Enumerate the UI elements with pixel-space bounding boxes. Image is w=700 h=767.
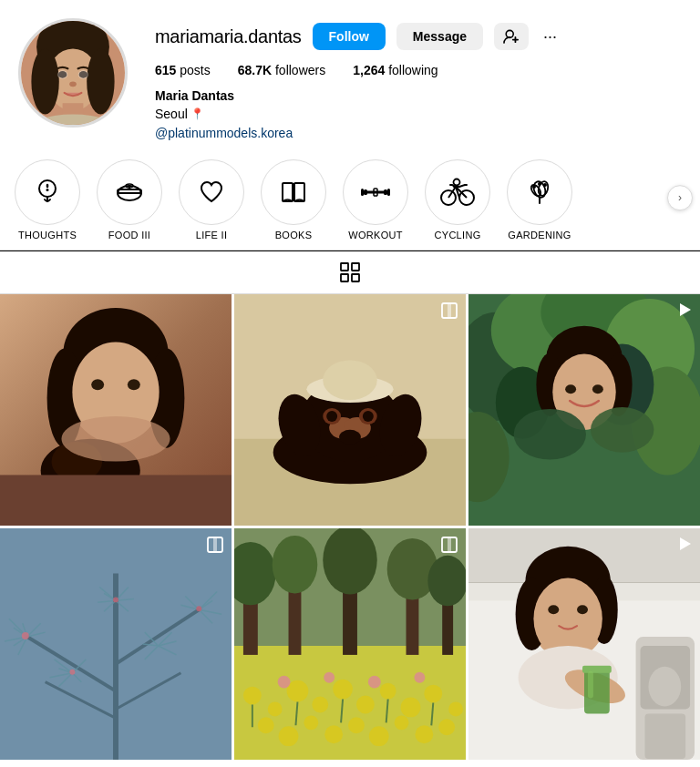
svg-point-188: [648, 667, 681, 707]
grid-item-3[interactable]: [468, 294, 700, 526]
grid-item-6[interactable]: [468, 528, 700, 760]
add-user-button[interactable]: [494, 23, 529, 50]
grid-item-2[interactable]: [234, 294, 466, 526]
highlight-circle-life: [179, 159, 244, 225]
username: mariamaria.dantas: [155, 26, 302, 47]
highlight-circle-books: [261, 159, 326, 225]
grid-overlay-icon-4: [206, 536, 224, 557]
svg-point-176: [278, 676, 291, 689]
svg-point-178: [368, 676, 381, 689]
svg-rect-29: [361, 189, 364, 196]
svg-rect-23: [283, 183, 293, 201]
svg-point-166: [348, 717, 365, 733]
highlight-food[interactable]: FOOD III: [97, 159, 162, 240]
svg-rect-28: [384, 189, 387, 195]
svg-point-158: [380, 683, 396, 700]
grid-overlay-icon-6: [676, 536, 693, 556]
following-stat[interactable]: 1,264 following: [353, 63, 438, 77]
svg-point-157: [356, 696, 375, 714]
stats-row: 615 posts 68.7K followers 1,264 followin…: [155, 63, 682, 77]
grid-item-5[interactable]: [234, 528, 466, 760]
svg-rect-24: [294, 183, 304, 201]
svg-point-90: [565, 384, 576, 394]
grid-item-1[interactable]: [0, 294, 232, 526]
svg-rect-75: [448, 303, 451, 318]
svg-point-147: [323, 528, 377, 594]
svg-rect-139: [213, 537, 217, 552]
location: Seoul 📍: [155, 107, 682, 121]
svg-point-9: [69, 82, 77, 87]
svg-point-155: [312, 697, 328, 713]
svg-rect-201: [588, 671, 593, 699]
svg-rect-200: [582, 666, 612, 673]
followers-stat[interactable]: 68.7K followers: [238, 63, 326, 77]
svg-marker-202: [680, 537, 691, 550]
profile-section: mariamaria.dantas Follow Message ··· 615…: [0, 0, 700, 150]
profile-info: mariamaria.dantas Follow Message ··· 615…: [155, 18, 682, 141]
svg-point-91: [592, 384, 603, 394]
grid-item-4[interactable]: [0, 528, 232, 760]
svg-point-163: [279, 726, 299, 746]
photo-grid: [0, 294, 700, 760]
svg-point-39: [532, 185, 536, 189]
highlight-label-books: BOOKS: [275, 230, 313, 240]
svg-point-137: [113, 597, 118, 602]
svg-rect-43: [352, 263, 359, 271]
svg-rect-57: [0, 475, 232, 526]
svg-rect-45: [352, 274, 359, 281]
svg-point-153: [268, 702, 283, 717]
svg-point-34: [454, 179, 460, 186]
avatar[interactable]: [18, 18, 128, 128]
svg-rect-181: [448, 537, 451, 552]
location-pin-icon: 📍: [190, 107, 204, 120]
svg-point-93: [591, 407, 654, 453]
svg-point-156: [333, 680, 353, 700]
highlight-life[interactable]: LIFE II: [179, 159, 244, 240]
message-button[interactable]: Message: [396, 23, 483, 50]
svg-rect-189: [644, 713, 685, 759]
svg-point-53: [91, 379, 104, 390]
follow-button[interactable]: Follow: [313, 23, 386, 50]
svg-point-169: [415, 725, 433, 743]
svg-point-11: [78, 70, 88, 79]
svg-point-167: [369, 726, 389, 746]
highlight-cycling[interactable]: CYCLING: [425, 159, 490, 240]
svg-point-170: [438, 719, 455, 735]
svg-point-134: [22, 632, 29, 639]
svg-point-10: [57, 70, 67, 79]
svg-rect-27: [364, 189, 367, 195]
profile-link[interactable]: @platinummodels.korea: [155, 126, 293, 140]
svg-point-72: [323, 360, 377, 400]
svg-rect-141: [234, 646, 466, 760]
svg-rect-42: [341, 263, 348, 271]
highlight-circle-thoughts: [15, 159, 80, 225]
highlight-label-food: FOOD III: [108, 230, 150, 240]
svg-point-164: [304, 715, 318, 730]
tab-grid[interactable]: [0, 251, 700, 293]
svg-point-165: [324, 725, 343, 743]
svg-point-195: [548, 605, 559, 614]
highlight-label-thoughts: THOUGHTS: [18, 230, 77, 240]
highlights-section: THOUGHTS FOOD III LIFE II: [0, 150, 700, 250]
highlight-circle-gardening: [507, 159, 572, 225]
highlight-label-life: LIFE II: [196, 230, 228, 240]
svg-point-5: [31, 48, 58, 114]
svg-point-168: [395, 715, 409, 730]
svg-point-145: [273, 536, 318, 594]
svg-point-161: [448, 702, 463, 717]
profile-top-row: mariamaria.dantas Follow Message ···: [155, 23, 682, 50]
svg-point-58: [61, 416, 170, 462]
highlight-thoughts[interactable]: THOUGHTS: [15, 159, 80, 240]
svg-point-152: [243, 687, 262, 705]
highlight-gardening[interactable]: GARDENING: [507, 159, 572, 240]
highlight-label-cycling: CYCLING: [435, 230, 481, 240]
more-options-button[interactable]: ···: [540, 24, 561, 50]
highlight-circle-workout: [343, 159, 408, 225]
svg-point-54: [128, 379, 140, 390]
svg-point-70: [363, 411, 374, 422]
svg-point-6: [87, 48, 114, 114]
svg-point-40: [543, 183, 547, 187]
highlights-scroll-arrow[interactable]: ›: [667, 185, 693, 210]
highlight-workout[interactable]: WORKOUT: [343, 159, 408, 240]
highlight-books[interactable]: BOOKS: [261, 159, 326, 240]
